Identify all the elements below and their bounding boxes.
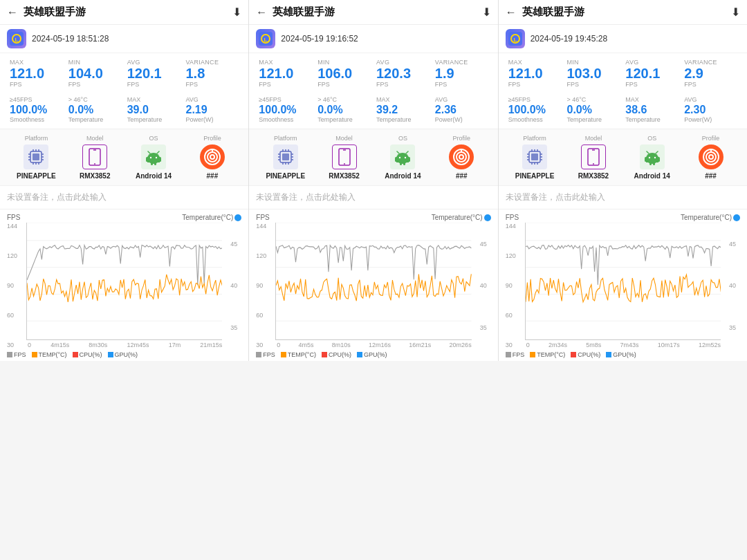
column-1: ← 英雄联盟手游 ⬇ L 2024-05-19 18:51:28 MAX 121… <box>0 0 249 361</box>
stat-smoothness-1: ≥45FPS 100.0% Smoothness <box>7 95 66 124</box>
svg-rect-68 <box>395 157 397 162</box>
platform-section-1: Platform <box>0 129 248 186</box>
note-section-1[interactable]: 未设置备注，点击此处输入 <box>0 186 248 209</box>
chart-legend-2: FPS TEMP(°C) CPU(%) GPU(%) <box>256 351 490 358</box>
svg-point-64 <box>399 157 400 158</box>
legend-label: GPU(%) <box>364 351 387 358</box>
stat-max-3: MAX 121.0 FPS <box>506 57 564 89</box>
download-button-1[interactable]: ⬇ <box>232 6 241 19</box>
svg-rect-4 <box>33 153 39 160</box>
os-item-1: OS <box>124 135 183 180</box>
svg-point-106 <box>654 157 656 158</box>
svg-text:L: L <box>15 37 19 43</box>
game-icon-3: L <box>506 29 525 48</box>
note-section-2[interactable]: 未设置备注，点击此处输入 <box>249 186 497 209</box>
svg-rect-70 <box>400 162 402 165</box>
back-button-1[interactable]: ← <box>7 6 18 19</box>
os-item-3: OS <box>622 135 681 180</box>
svg-rect-58 <box>339 149 350 165</box>
svg-rect-71 <box>403 162 405 165</box>
legend-label: CPU(%) <box>80 351 102 358</box>
legend-label: CPU(%) <box>578 351 600 358</box>
svg-rect-29 <box>151 162 153 165</box>
chart-area-1 <box>26 223 222 340</box>
svg-rect-111 <box>649 162 652 165</box>
right-labels-3: 45 40 35 <box>729 223 736 348</box>
legend-label: TEMP(°C) <box>537 351 565 358</box>
back-button-3[interactable]: ← <box>506 6 517 19</box>
chip-icon-2 <box>273 144 298 169</box>
phone-icon-3 <box>581 144 606 169</box>
profile-item-2: Profile ### <box>432 135 491 180</box>
game-icon-1: L <box>7 29 26 48</box>
profile-item-3: Profile ### <box>681 135 740 180</box>
download-button-2[interactable]: ⬇ <box>482 6 491 19</box>
svg-rect-22 <box>147 158 160 162</box>
stat-power-2: AVG 2.36 Power(W) <box>432 95 491 124</box>
profile-icon-1 <box>200 144 225 169</box>
x-labels-3: 02m34s5m8s7m43s10m17s12m52s <box>525 342 721 348</box>
svg-point-24 <box>156 157 157 158</box>
legend-dot <box>357 352 362 357</box>
chip-icon-3 <box>522 144 547 169</box>
model-item-3: Model RMX3852 <box>564 135 622 180</box>
svg-rect-104 <box>646 158 658 162</box>
legend-item: CPU(%) <box>322 351 351 358</box>
y-labels-1: 144 120 90 60 30 <box>7 223 17 348</box>
legend-item: GPU(%) <box>357 351 387 358</box>
legend-label: FPS <box>263 351 275 358</box>
svg-line-25 <box>148 151 150 153</box>
platform-item-3: Platform <box>506 135 564 180</box>
legend-label: TEMP(°C) <box>288 351 316 358</box>
os-item-2: OS <box>374 135 432 180</box>
model-item-2: Model RMX3852 <box>315 135 374 180</box>
stat-tempover-1: > 46°C 0.0% Temperature <box>66 95 124 124</box>
legend-dot <box>281 352 286 357</box>
legend-item: CPU(%) <box>73 351 102 358</box>
legend-dot <box>530 352 535 357</box>
game-icon-2: L <box>256 29 275 48</box>
android-icon-3 <box>640 144 665 169</box>
stat-min-3: MIN 103.0 FPS <box>564 57 622 89</box>
stat-smoothness-2: ≥45FPS 100.0% Smoothness <box>256 95 315 124</box>
chart-legend-1: FPS TEMP(°C) CPU(%) GPU(%) <box>7 351 241 358</box>
timestamp-1: 2024-05-19 18:51:28 <box>32 34 109 44</box>
legend-label: FPS <box>513 351 525 358</box>
legend-item: FPS <box>506 351 525 358</box>
stats-section1-3: MAX 121.0 FPS MIN 103.0 FPS AVG 120.1 FP… <box>499 53 747 129</box>
svg-point-60 <box>344 163 345 165</box>
col-header-1: ← 英雄联盟手游 ⬇ <box>0 0 248 25</box>
fps-label-1: FPS <box>7 214 20 221</box>
platform-section-3: Platform <box>499 129 747 186</box>
right-labels-1: 45 40 35 <box>230 223 237 348</box>
col-title-3: 英雄联盟手游 <box>522 6 584 19</box>
stat-power-3: AVG 2.30 Power(W) <box>681 95 740 124</box>
back-button-2[interactable]: ← <box>256 6 267 19</box>
svg-point-101 <box>593 163 594 165</box>
download-button-3[interactable]: ⬇ <box>731 6 740 19</box>
legend-item: TEMP(°C) <box>530 351 565 358</box>
profile-item-1: Profile ### <box>183 135 241 180</box>
chart-area-2 <box>275 223 471 340</box>
timestamp-2: 2024-05-19 19:16:52 <box>281 34 358 44</box>
svg-line-107 <box>647 151 649 153</box>
svg-point-23 <box>150 157 151 158</box>
platform-item-1: Platform <box>7 135 66 180</box>
legend-dot <box>73 352 78 357</box>
columns-wrapper: ← 英雄联盟手游 ⬇ L 2024-05-19 18:51:28 MAX 121… <box>0 0 747 361</box>
note-section-3[interactable]: 未设置备注，点击此处输入 <box>499 186 747 209</box>
svg-rect-69 <box>408 157 410 162</box>
legend-item: GPU(%) <box>606 351 636 358</box>
legend-dot <box>322 352 327 357</box>
stat-variance-1: VARIANCE 1.8 FPS <box>183 57 241 89</box>
col-title-2: 英雄联盟手游 <box>273 6 335 19</box>
chart-wrapper-3: 144 120 90 60 30 45 40 35 <box>525 223 721 348</box>
svg-point-65 <box>405 157 406 158</box>
profile-icon-3 <box>699 144 723 169</box>
temp-dot-1 <box>234 214 241 221</box>
game-info-1: L 2024-05-19 18:51:28 <box>0 25 248 53</box>
legend-dot <box>32 352 37 357</box>
stat-max-1: MAX 121.0 FPS <box>7 57 66 89</box>
col-title-1: 英雄联盟手游 <box>24 6 86 19</box>
chart-section-1: FPS Temperature(°C) 144 120 90 60 30 45 … <box>0 209 248 361</box>
